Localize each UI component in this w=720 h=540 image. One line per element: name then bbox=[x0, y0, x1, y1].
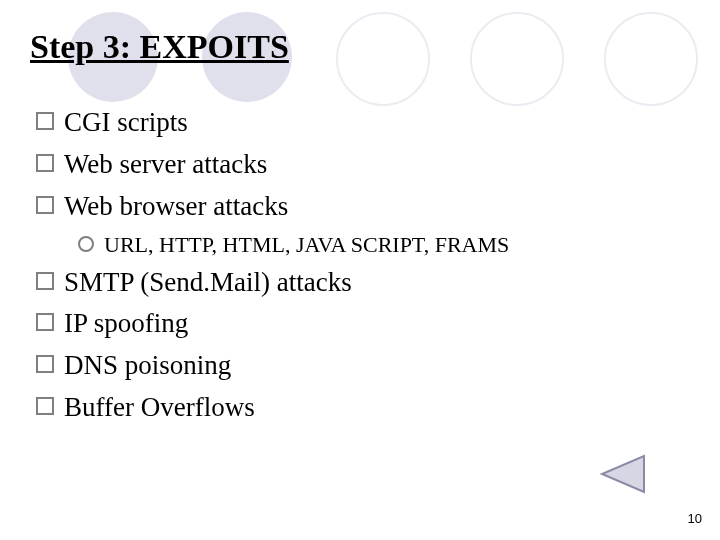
sub-bullet-item: URL, HTTP, HTML, JAVA SCRIPT, FRAMS bbox=[78, 228, 680, 262]
bullet-item: Web browser attacks bbox=[36, 186, 680, 228]
bullet-text: SMTP (Send.Mail) attacks bbox=[64, 262, 352, 304]
bullet-text: DNS poisoning bbox=[64, 345, 231, 387]
bullet-text: Web browser attacks bbox=[64, 186, 288, 228]
bullet-item: SMTP (Send.Mail) attacks bbox=[36, 262, 680, 304]
bullet-text: URL, HTTP, HTML, JAVA SCRIPT, FRAMS bbox=[104, 228, 509, 262]
svg-marker-0 bbox=[602, 456, 644, 492]
bullet-text: Buffer Overflows bbox=[64, 387, 255, 429]
square-bullet-icon bbox=[36, 196, 54, 214]
square-bullet-icon bbox=[36, 355, 54, 373]
bullet-item: DNS poisoning bbox=[36, 345, 680, 387]
square-bullet-icon bbox=[36, 154, 54, 172]
page-number: 10 bbox=[688, 511, 702, 526]
square-bullet-icon bbox=[36, 313, 54, 331]
bullet-item: Buffer Overflows bbox=[36, 387, 680, 429]
bullet-text: IP spoofing bbox=[64, 303, 188, 345]
bullet-text: Web server attacks bbox=[64, 144, 267, 186]
square-bullet-icon bbox=[36, 272, 54, 290]
triangle-left-icon bbox=[594, 452, 650, 496]
bullet-item: IP spoofing bbox=[36, 303, 680, 345]
bullet-text: CGI scripts bbox=[64, 102, 188, 144]
nav-back-button[interactable] bbox=[594, 452, 650, 496]
circle-bullet-icon bbox=[78, 236, 94, 252]
bullet-item: Web server attacks bbox=[36, 144, 680, 186]
slide-title: Step 3: EXPOITS bbox=[30, 28, 680, 66]
square-bullet-icon bbox=[36, 112, 54, 130]
bullet-list: CGI scripts Web server attacks Web brows… bbox=[36, 102, 680, 429]
square-bullet-icon bbox=[36, 397, 54, 415]
bullet-item: CGI scripts bbox=[36, 102, 680, 144]
